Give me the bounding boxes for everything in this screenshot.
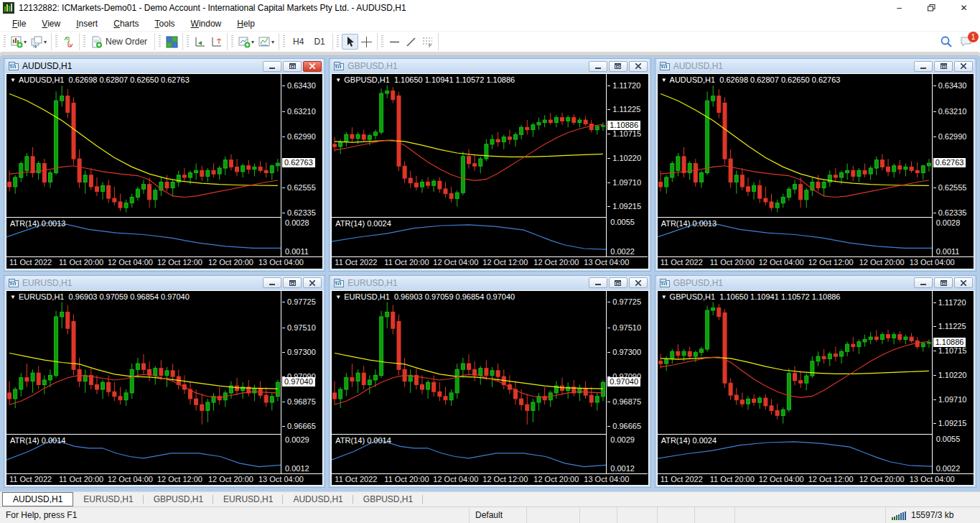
menu-file[interactable]: File [4, 17, 34, 31]
time-axis-label: 11 Oct 2022 [661, 258, 703, 267]
chart-window-GBPUSD-H1[interactable]: GBPUSD,H1 ▼GBPUSD,H1 1.10650 1.10941 1.1… [329, 58, 650, 272]
chart-tab-GBPUSD-H1[interactable]: GBPUSD,H1 [353, 492, 423, 506]
price-axis-label: 1.10715 [607, 129, 641, 138]
app-close-button[interactable]: ✕ [948, 0, 980, 16]
menu-help[interactable]: Help [229, 17, 263, 31]
fibonacci-button[interactable]: F [419, 34, 436, 50]
chart-canvas[interactable]: ▼GBPUSD,H1 1.10650 1.10941 1.10572 1.108… [331, 73, 648, 269]
chart-ohlc-header: ▼AUDUSD,H1 0.62698 0.62807 0.62650 0.627… [661, 75, 841, 84]
chart-restore-button[interactable] [283, 277, 302, 288]
chart-window-titlebar[interactable]: AUDUSD,H1 [6, 59, 323, 73]
chart-window-titlebar[interactable]: GBPUSD,H1 [657, 276, 974, 290]
pane-separator[interactable] [6, 217, 281, 218]
cursor-button[interactable] [342, 34, 358, 50]
crosshair-button[interactable] [358, 34, 375, 50]
profiles-button[interactable]: ▾ [29, 34, 49, 50]
app-title: 12132882: ICMarkets-Demo01 - Demo Accoun… [19, 3, 406, 13]
chart-ohlc-header: ▼EURUSD,H1 0.96903 0.97059 0.96854 0.970… [335, 292, 515, 301]
chart-window-AUDUSD-H1[interactable]: AUDUSD,H1 ▼AUDUSD,H1 0.62698 0.62807 0.6… [655, 58, 976, 272]
chart-canvas[interactable]: ▼EURUSD,H1 0.96903 0.97059 0.96854 0.970… [6, 290, 323, 486]
price-axis-label: 0.97300 [282, 348, 316, 356]
pane-separator[interactable] [332, 217, 606, 218]
tick-chart-button[interactable] [60, 34, 77, 50]
chart-window-titlebar[interactable]: EURUSD,H1 [331, 276, 648, 290]
chart-ohlc-header: ▼EURUSD,H1 0.96903 0.97059 0.96854 0.970… [10, 292, 190, 301]
connection-bars-icon [892, 511, 907, 520]
pane-separator[interactable] [658, 217, 932, 218]
menu-view[interactable]: View [34, 17, 68, 31]
chart-shift-button[interactable] [208, 34, 225, 50]
menu-window[interactable]: Window [183, 17, 230, 31]
chart-objects-button[interactable]: ▾ [256, 34, 276, 50]
menu-charts[interactable]: Charts [106, 17, 146, 31]
chart-window-EURUSD-H1[interactable]: EURUSD,H1 ▼EURUSD,H1 0.96903 0.97059 0.9… [329, 275, 650, 489]
chart-minimize-button[interactable] [263, 277, 281, 288]
chart-restore-button[interactable] [934, 277, 953, 288]
price-axis-label: 0.62555 [933, 183, 967, 192]
chart-window-EURUSD-H1[interactable]: EURUSD,H1 ▼EURUSD,H1 0.96903 0.97059 0.9… [4, 275, 325, 489]
chart-restore-button[interactable] [934, 61, 953, 72]
chart-canvas[interactable]: ▼AUDUSD,H1 0.62698 0.62807 0.62650 0.627… [657, 73, 974, 269]
chart-tab-EURUSD-H1[interactable]: EURUSD,H1 [73, 492, 143, 506]
time-axis-label: 12 Oct 12:00 [157, 475, 202, 483]
chart-tab-GBPUSD-H1[interactable]: GBPUSD,H1 [144, 492, 213, 506]
horizontal-line-button[interactable] [386, 34, 403, 50]
new-order-button[interactable]: New Order [88, 34, 152, 50]
menu-tools[interactable]: Tools [147, 17, 183, 31]
chart-tab-AUDUSD-H1[interactable]: AUDUSD,H1 [2, 492, 73, 506]
chart-window-AUDUSD-H1[interactable]: AUDUSD,H1 ▼AUDUSD,H1 0.62698 0.62807 0.6… [4, 58, 325, 272]
chart-minimize-button[interactable] [914, 61, 933, 72]
chart-canvas[interactable]: ▼GBPUSD,H1 1.10650 1.10941 1.10572 1.108… [657, 290, 974, 486]
chart-close-button[interactable] [303, 61, 322, 72]
chart-window-GBPUSD-H1[interactable]: GBPUSD,H1 ▼GBPUSD,H1 1.10650 1.10941 1.1… [655, 275, 976, 489]
price-axis-label: 0.62990 [282, 132, 316, 141]
indicators-button[interactable]: ▾ [236, 34, 256, 50]
chart-window-title: EURUSD,H1 [347, 278, 588, 288]
auto-scroll-button[interactable] [192, 34, 208, 50]
chart-minimize-button[interactable] [914, 277, 933, 288]
price-axis-label: 0.62990 [933, 132, 967, 141]
status-empty-cell [526, 507, 579, 523]
chart-window-icon [660, 279, 670, 287]
chart-close-button[interactable] [303, 277, 322, 288]
dropdown-arrow-icon: ▾ [24, 39, 27, 45]
chart-close-button[interactable] [629, 277, 648, 288]
atr-axis-label: 0.0012 [285, 464, 309, 473]
pane-separator[interactable] [658, 434, 932, 435]
status-empty-cell [734, 507, 885, 523]
chart-canvas[interactable]: ▼EURUSD,H1 0.96903 0.97059 0.96854 0.970… [331, 290, 648, 486]
notifications-button[interactable]: 1 [960, 36, 973, 47]
chart-restore-button[interactable] [609, 277, 627, 288]
trendline-button[interactable] [403, 34, 419, 50]
chart-window-titlebar[interactable]: AUDUSD,H1 [657, 59, 974, 73]
chart-minimize-button[interactable] [263, 61, 281, 72]
chart-close-button[interactable] [954, 277, 973, 288]
pane-separator[interactable] [332, 434, 606, 435]
current-price-tag: 0.97040 [282, 377, 315, 387]
app-restore-button[interactable] [915, 0, 948, 16]
period-h4-button[interactable]: H4 [288, 34, 309, 50]
time-axis-label: 11 Oct 2022 [335, 258, 377, 267]
tile-windows-button[interactable] [164, 34, 180, 50]
chart-close-button[interactable] [954, 61, 973, 72]
chart-window-icon [660, 62, 670, 70]
chevron-down-icon: ▼ [10, 77, 16, 83]
chart-window-titlebar[interactable]: GBPUSD,H1 [331, 59, 648, 73]
chart-restore-button[interactable] [283, 61, 302, 72]
new-chart-button[interactable]: ▾ [9, 34, 29, 50]
period-d1-button[interactable]: D1 [309, 34, 330, 50]
price-axis-separator [932, 291, 933, 473]
chart-minimize-button[interactable] [589, 61, 607, 72]
chart-restore-button[interactable] [609, 61, 627, 72]
chart-close-button[interactable] [629, 61, 648, 72]
chart-minimize-button[interactable] [589, 277, 607, 288]
search-button[interactable] [940, 35, 953, 48]
chart-canvas[interactable]: ▼AUDUSD,H1 0.62698 0.62807 0.62650 0.627… [6, 73, 323, 269]
chart-window-titlebar[interactable]: EURUSD,H1 [6, 276, 323, 290]
chart-tab-EURUSD-H1[interactable]: EURUSD,H1 [213, 492, 283, 506]
menu-insert[interactable]: Insert [68, 17, 106, 31]
status-profile[interactable]: Default [469, 507, 526, 523]
app-minimize-button[interactable]: – [883, 0, 915, 16]
pane-separator[interactable] [6, 434, 281, 435]
chart-tab-AUDUSD-H1[interactable]: AUDUSD,H1 [283, 492, 353, 506]
